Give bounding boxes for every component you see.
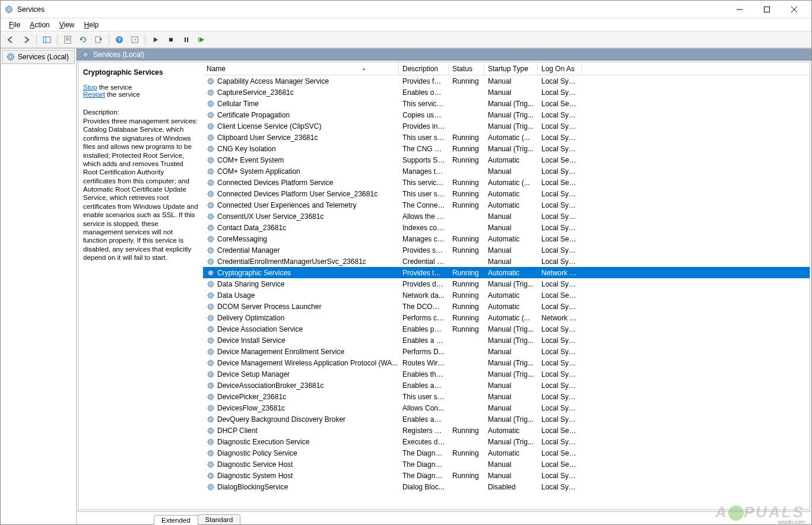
service-row[interactable]: Connected Devices Platform User Service_… <box>203 188 810 199</box>
service-row[interactable]: Delivery OptimizationPerforms co...Runni… <box>203 312 810 323</box>
service-row[interactable]: Cellular TimeThis service ...Manual (Tri… <box>203 98 810 109</box>
column-startup[interactable]: Startup Type <box>484 62 538 75</box>
start-service-button[interactable] <box>148 33 163 46</box>
column-status[interactable]: Status <box>449 62 484 75</box>
services-list: Name Description Status Startup Type Log… <box>203 62 810 510</box>
service-row[interactable]: Diagnostic Execution ServiceExecutes di.… <box>203 436 810 447</box>
restart-link[interactable]: Restart <box>83 91 105 98</box>
stop-link[interactable]: Stop <box>83 84 97 91</box>
column-logon[interactable]: Log On As <box>538 62 582 75</box>
service-row[interactable]: CNG Key IsolationThe CNG ke...RunningMan… <box>203 143 810 154</box>
menu-view[interactable]: View <box>55 20 80 30</box>
service-row[interactable]: Data Sharing ServiceProvides da...Runnin… <box>203 278 810 289</box>
service-row[interactable]: COM+ System ApplicationManages th...Manu… <box>203 166 810 177</box>
back-button[interactable] <box>4 33 18 46</box>
properties-button[interactable] <box>61 33 75 46</box>
service-row[interactable]: CoreMessagingManages co...RunningAutomat… <box>203 233 810 244</box>
close-button[interactable] <box>781 1 808 18</box>
restart-service-button[interactable] <box>195 33 209 46</box>
service-row[interactable]: Diagnostic Policy ServiceThe Diagno...Ru… <box>203 447 810 459</box>
help2-button[interactable]: ? <box>128 33 142 46</box>
service-row[interactable]: Certificate PropagationCopies user ...Ma… <box>203 109 810 120</box>
service-logon: Local Syste... <box>538 381 582 390</box>
service-row[interactable]: CredentialEnrollmentManagerUserSvc_23681… <box>203 256 810 267</box>
service-row[interactable]: DevicePicker_23681cThis user ser...Manua… <box>203 391 810 402</box>
service-row[interactable]: Diagnostic Service HostThe Diagno...Manu… <box>203 459 810 470</box>
service-status: Running <box>449 190 484 198</box>
service-startup: Manual <box>484 381 538 390</box>
service-row[interactable]: Device Management Wireless Application P… <box>203 357 810 368</box>
gear-icon <box>207 404 215 412</box>
service-row[interactable]: Device Association ServiceEnables pair..… <box>203 323 810 335</box>
service-logon: Local Service <box>538 449 582 457</box>
maximize-button[interactable] <box>753 1 781 18</box>
gear-icon <box>207 156 215 164</box>
menu-action[interactable]: Action <box>25 20 54 30</box>
service-name: Clipboard User Service_23681c <box>217 133 318 142</box>
service-row[interactable]: Contact Data_23681cIndexes con...ManualL… <box>203 222 810 233</box>
tree-item-services-local[interactable]: Services (Local) <box>2 50 75 64</box>
service-row[interactable]: Clipboard User Service_23681cThis user s… <box>203 132 810 143</box>
minimize-button[interactable] <box>726 1 753 18</box>
service-status: Running <box>449 291 484 300</box>
service-row[interactable]: DialogBlockingServiceDialog Bloc...Disab… <box>203 481 810 492</box>
gear-icon <box>207 314 215 322</box>
service-name: CoreMessaging <box>217 235 267 243</box>
service-row[interactable]: Cryptographic ServicesProvides thr...Run… <box>203 267 810 278</box>
service-row[interactable]: DevicesFlow_23681cAllows Con...ManualLoc… <box>203 402 810 413</box>
panel-header-title: Services (Local) <box>93 50 144 59</box>
menu-help[interactable]: Help <box>80 20 104 30</box>
service-row[interactable]: Device Install ServiceEnables a c...Manu… <box>203 335 810 346</box>
forward-button[interactable] <box>19 33 33 46</box>
service-row[interactable]: Credential ManagerProvides se...RunningM… <box>203 244 810 256</box>
tab-standard[interactable]: Standard <box>198 514 241 524</box>
service-name: Diagnostic System Host <box>217 472 293 480</box>
pause-service-button[interactable] <box>179 33 194 46</box>
service-name: DialogBlockingService <box>217 483 288 491</box>
svg-rect-3 <box>765 7 770 12</box>
service-row[interactable]: Connected Devices Platform ServiceThis s… <box>203 177 810 188</box>
service-logon: Local Syste... <box>538 190 582 198</box>
service-desc: Provides thr... <box>399 269 449 277</box>
gear-icon <box>207 348 215 356</box>
service-row[interactable]: Device Setup ManagerEnables the ...Manua… <box>203 368 810 380</box>
service-startup: Manual (Trig... <box>484 111 538 119</box>
list-body[interactable]: Capability Access Manager ServiceProvide… <box>203 75 810 510</box>
service-logon: Local Service <box>538 235 582 243</box>
refresh-button[interactable] <box>76 33 90 46</box>
service-status: Running <box>449 280 484 288</box>
service-row[interactable]: Capability Access Manager ServiceProvide… <box>203 75 810 87</box>
service-logon: Local Syste... <box>538 224 582 232</box>
service-row[interactable]: DCOM Server Process LauncherThe DCOML...… <box>203 301 810 312</box>
column-name[interactable]: Name <box>203 62 399 75</box>
service-desc: Supports Sy... <box>399 156 449 164</box>
menu-file[interactable]: File <box>4 20 25 30</box>
service-row[interactable]: ConsentUX User Service_23681cAllows the … <box>203 211 810 222</box>
gear-icon <box>207 167 215 176</box>
service-startup: Manual (Trig... <box>484 145 538 153</box>
show-hide-tree-button[interactable] <box>40 33 54 46</box>
service-row[interactable]: COM+ Event SystemSupports Sy...RunningAu… <box>203 154 810 166</box>
service-logon: Local Syste... <box>538 88 582 97</box>
service-startup: Manual <box>484 246 538 254</box>
service-desc: Provides se... <box>399 246 449 254</box>
export-button[interactable] <box>91 33 106 46</box>
service-row[interactable]: DeviceAssociationBroker_23681cEnables ap… <box>203 380 810 391</box>
column-description[interactable]: Description <box>399 62 449 75</box>
stop-service-button[interactable] <box>164 33 178 46</box>
service-name: DHCP Client <box>217 427 258 435</box>
service-row[interactable]: Device Management Enrollment ServicePerf… <box>203 346 810 357</box>
service-row[interactable]: Diagnostic System HostThe Diagno...Runni… <box>203 470 810 481</box>
gear-icon <box>207 179 215 187</box>
service-row[interactable]: DevQuery Background Discovery BrokerEnab… <box>203 413 810 425</box>
service-row[interactable]: Data UsageNetwork da...RunningAutomaticL… <box>203 289 810 301</box>
service-name: Data Sharing Service <box>217 280 284 288</box>
service-row[interactable]: Connected User Experiences and Telemetry… <box>203 199 810 211</box>
service-row[interactable]: CaptureService_23681cEnables opti...Manu… <box>203 87 810 98</box>
service-row[interactable]: Client License Service (ClipSVC)Provides… <box>203 120 810 132</box>
service-row[interactable]: DHCP ClientRegisters an...RunningAutomat… <box>203 425 810 436</box>
tab-extended[interactable]: Extended <box>154 515 198 525</box>
service-desc: The DCOML... <box>399 303 449 311</box>
help-button[interactable]: ? <box>112 33 126 46</box>
gear-icon <box>207 235 215 243</box>
